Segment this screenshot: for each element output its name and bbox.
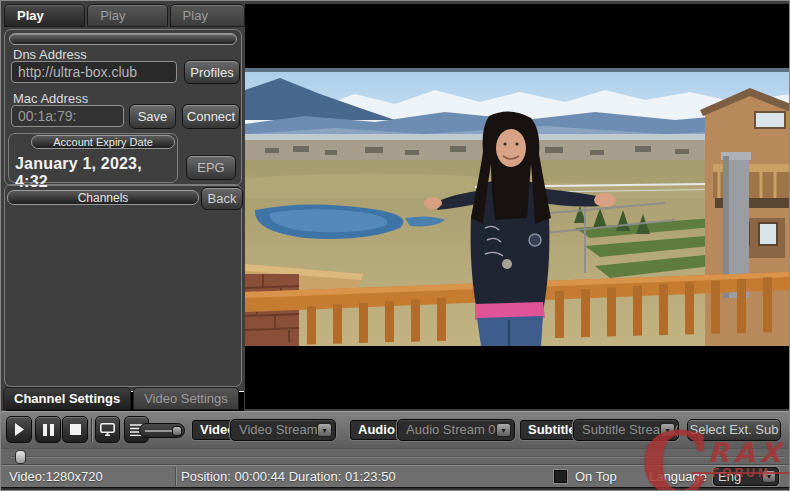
mac-address-input[interactable] <box>11 105 124 127</box>
settings-tabbar: Channel Settings Video Settings <box>1 387 249 411</box>
play-button[interactable] <box>6 416 32 443</box>
iptv-player-window: Play Mac Play URL Play File Dns Address … <box>0 0 790 491</box>
tab-play-file[interactable]: Play File <box>170 4 245 27</box>
epg-button[interactable]: EPG <box>186 155 236 180</box>
account-expiry-groupbox: Account Expiry Date January 1, 2023, 4:3… <box>8 133 178 183</box>
pause-icon <box>43 424 54 436</box>
stop-icon <box>70 424 81 435</box>
select-ext-sub-button[interactable]: Select Ext. Sub <box>687 419 781 441</box>
connection-header-bar <box>9 33 237 45</box>
on-top-label: On Top <box>575 469 617 484</box>
fullscreen-button[interactable] <box>95 416 120 443</box>
back-button[interactable]: Back <box>201 187 243 210</box>
tab-video-settings[interactable]: Video Settings <box>133 387 239 410</box>
dns-address-input[interactable] <box>11 61 177 83</box>
status-bar: Video:1280x720 Position: 00:00:44 Durati… <box>1 464 790 487</box>
video-display[interactable] <box>245 4 790 409</box>
channels-header: Channels <box>7 190 199 205</box>
audio-stream-select[interactable]: Audio Stream 0 ▼ <box>397 419 515 441</box>
audio-stream-value: Audio Stream 0 <box>406 422 496 437</box>
subtitle-stream-select[interactable]: Subtitle Stream ( ▼ <box>573 419 679 441</box>
volume-slider[interactable] <box>139 423 185 438</box>
chevron-down-icon[interactable]: ▼ <box>317 423 332 437</box>
status-separator <box>175 467 176 486</box>
chevron-down-icon[interactable]: ▼ <box>660 423 675 437</box>
seek-track[interactable] <box>11 456 785 458</box>
save-button[interactable]: Save <box>129 104 176 129</box>
language-label: Language <box>649 469 707 484</box>
pause-button[interactable] <box>35 416 61 443</box>
chevron-down-icon[interactable]: ▼ <box>762 470 776 483</box>
window-bottom-edge <box>1 487 790 491</box>
video-stream-value: Video Stream 0 <box>239 422 328 437</box>
tab-play-url[interactable]: Play URL <box>87 4 167 27</box>
mac-address-label: Mac Address <box>13 91 88 106</box>
profiles-button[interactable]: Profiles <box>184 60 240 84</box>
toolbar-separator <box>91 418 92 442</box>
tab-play-mac[interactable]: Play Mac <box>4 4 85 27</box>
audio-stream-label: Audio <box>350 420 403 440</box>
on-top-checkbox[interactable] <box>554 470 567 483</box>
language-select[interactable]: Eng ▼ <box>713 467 779 486</box>
dns-address-label: Dns Address <box>13 47 87 62</box>
video-scene <box>245 68 790 346</box>
tab-channel-settings[interactable]: Channel Settings <box>3 387 131 410</box>
stop-button[interactable] <box>62 416 88 443</box>
source-tabbar: Play Mac Play URL Play File <box>4 4 245 27</box>
monitor-icon <box>100 423 115 436</box>
chevron-down-icon[interactable]: ▼ <box>496 423 511 437</box>
video-resolution-text: Video:1280x720 <box>9 469 103 484</box>
left-panel: Play Mac Play URL Play File Dns Address … <box>1 1 245 411</box>
seek-bar[interactable] <box>1 448 790 464</box>
video-stream-select[interactable]: Video Stream 0 ▼ <box>230 419 336 441</box>
connection-groupbox: Dns Address Profiles Mac Address Save Co… <box>4 29 242 186</box>
position-duration-text: Position: 00:00:44 Duration: 01:23:50 <box>181 469 396 484</box>
channels-groupbox: Channels Back Live Vod Series Le Regard … <box>4 184 242 387</box>
seek-thumb[interactable] <box>15 450 26 464</box>
account-expiry-header: Account Expiry Date <box>31 135 175 149</box>
volume-knob[interactable] <box>172 426 182 436</box>
play-icon <box>13 423 25 436</box>
playback-toolbar: Video Video Stream 0 ▼ Audio Audio Strea… <box>1 411 790 448</box>
language-value: Eng <box>718 469 741 484</box>
connect-button[interactable]: Connect <box>182 104 240 129</box>
